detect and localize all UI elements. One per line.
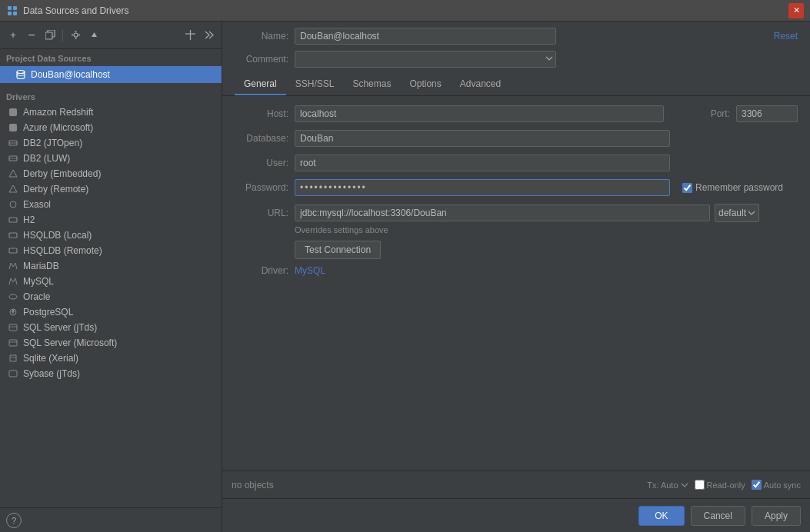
driver-item-hsqldb-remote[interactable]: HSQLDB (Remote) (0, 243, 222, 258)
driver-label: Amazon Redshift (23, 107, 93, 118)
tab-advanced[interactable]: Advanced (451, 74, 510, 95)
expand-comment-button[interactable] (545, 55, 553, 64)
driver-label: SQL Server (Microsoft) (23, 337, 117, 348)
test-connection-button[interactable]: Test Connection (295, 241, 381, 259)
autosync-label[interactable]: Auto sync (752, 480, 801, 490)
tab-options[interactable]: Options (400, 74, 450, 95)
left-panel: + − (0, 22, 222, 532)
comment-input[interactable] (295, 51, 556, 68)
driver-label: HSQLDB (Local) (23, 230, 92, 241)
svg-rect-22 (9, 218, 17, 222)
config-button[interactable] (67, 27, 84, 44)
driver-item-oracle[interactable]: Oracle (0, 289, 222, 304)
status-text: no objects (232, 480, 274, 490)
close-button[interactable]: ✕ (788, 3, 804, 18)
remember-password-checkbox[interactable] (682, 183, 692, 193)
remember-password-label[interactable]: Remember password (682, 182, 783, 193)
svg-point-25 (9, 294, 17, 299)
comment-label: Comment: (235, 54, 288, 65)
driver-icon-sybase (8, 368, 18, 379)
driver-icon-hsqldb-remote (8, 245, 18, 256)
name-input[interactable] (295, 28, 556, 45)
tab-schemas[interactable]: Schemas (343, 74, 400, 95)
database-input[interactable] (295, 130, 670, 147)
driver-label: MariaDB (23, 261, 59, 271)
driver-icon-azure (8, 122, 18, 133)
url-label: URL: (235, 208, 288, 218)
name-label: Name: (235, 31, 288, 42)
user-input[interactable] (295, 155, 670, 171)
driver-item-sqlserver-ms[interactable]: SQL Server (Microsoft) (0, 335, 222, 351)
driver-item-derby-remote[interactable]: Derby (Remote) (0, 181, 222, 197)
svg-point-7 (75, 31, 76, 32)
driver-item-sybase[interactable]: Sybase (jTds) (0, 366, 222, 381)
add-datasource-button[interactable]: + (5, 27, 22, 44)
port-label: Port: (676, 108, 730, 119)
test-connection-row: Test Connection (235, 241, 798, 259)
driver-item-postgresql[interactable]: PostgreSQL (0, 304, 222, 320)
driver-icon-exasol (8, 199, 18, 210)
driver-item-db2-luw[interactable]: DB2 (LUW) (0, 151, 222, 166)
datasource-item-douban[interactable]: DouBan@localhost (0, 66, 222, 83)
driver-row: Driver: MySQL (235, 265, 798, 276)
remember-password-text: Remember password (695, 182, 783, 193)
driver-label: Sqlite (Xerial) (23, 353, 78, 364)
svg-rect-29 (9, 340, 17, 346)
user-label: User: (235, 158, 288, 168)
driver-icon-sqlserver-jtds (8, 322, 18, 333)
window-title: Data Sources and Drivers (23, 5, 788, 16)
driver-icon-amazon (8, 107, 18, 118)
bottom-buttons: OK Cancel Apply (222, 498, 810, 532)
driver-item-db2-jtopen[interactable]: DB2 (JTOpen) (0, 135, 222, 151)
move-up-button[interactable] (85, 27, 102, 44)
apply-button[interactable]: Apply (752, 506, 801, 526)
host-input[interactable] (295, 105, 664, 122)
driver-label: MySQL (23, 276, 54, 287)
readonly-checkbox[interactable] (695, 480, 705, 490)
driver-icon-derby-remote (8, 184, 18, 195)
driver-icon-db2-luw (8, 153, 18, 164)
copy-datasource-button[interactable] (42, 27, 58, 44)
driver-item-exasol[interactable]: Exasol (0, 197, 222, 212)
password-input[interactable] (295, 179, 670, 196)
svg-point-10 (78, 35, 80, 36)
status-right: Tx: Auto Read-only Auto sync (647, 480, 801, 490)
pin-button[interactable] (182, 27, 198, 44)
url-input[interactable] (295, 204, 710, 221)
ok-button[interactable]: OK (638, 506, 684, 526)
scroll-button[interactable] (200, 27, 217, 44)
tab-sshssl[interactable]: SSH/SSL (286, 74, 344, 95)
driver-item-amazon-redshift[interactable]: Amazon Redshift (0, 105, 222, 120)
driver-item-derby-embedded[interactable]: Derby (Embedded) (0, 166, 222, 181)
readonly-label[interactable]: Read-only (695, 480, 745, 490)
main-layout: + − (0, 22, 810, 532)
driver-item-azure[interactable]: Azure (Microsoft) (0, 120, 222, 135)
autosync-text: Auto sync (764, 480, 801, 490)
driver-item-sqlite[interactable]: Sqlite (Xerial) (0, 351, 222, 366)
autosync-checkbox[interactable] (752, 480, 762, 490)
remove-datasource-button[interactable]: − (23, 27, 40, 44)
cancel-button[interactable]: Cancel (691, 506, 745, 526)
app-icon (6, 5, 18, 17)
help-button[interactable]: ? (6, 513, 22, 528)
driver-label: Derby (Embedded) (23, 168, 101, 179)
driver-label: Azure (Microsoft) (23, 122, 93, 133)
url-scheme-dropdown[interactable]: default (715, 204, 759, 222)
driver-item-sqlserver-jtds[interactable]: SQL Server (jTds) (0, 320, 222, 335)
driver-icon-sqlite (8, 353, 18, 364)
svg-rect-5 (45, 32, 52, 39)
svg-rect-15 (9, 108, 17, 116)
driver-item-mariadb[interactable]: MariaDB (0, 258, 222, 274)
svg-point-13 (17, 71, 25, 74)
drivers-section-header: Drivers (0, 88, 222, 105)
driver-label: HSQLDB (Remote) (23, 245, 102, 256)
drivers-section: Drivers Amazon Redshift Azure (Microsoft… (0, 88, 222, 381)
driver-link[interactable]: MySQL (295, 265, 325, 276)
reset-link[interactable]: Reset (774, 31, 798, 42)
driver-item-hsqldb-local[interactable]: HSQLDB (Local) (0, 228, 222, 243)
tab-general[interactable]: General (235, 74, 286, 95)
svg-rect-16 (9, 124, 17, 131)
port-input[interactable] (736, 105, 798, 122)
driver-item-mysql[interactable]: MySQL (0, 274, 222, 289)
driver-item-h2[interactable]: H2 (0, 212, 222, 228)
